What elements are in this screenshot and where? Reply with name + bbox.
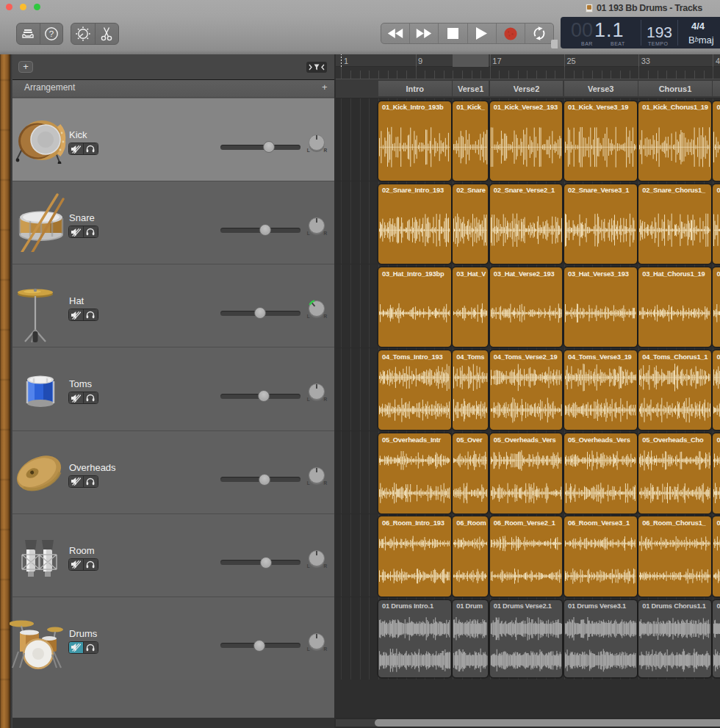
svg-text:R: R	[324, 646, 328, 652]
svg-text:L: L	[307, 646, 310, 652]
svg-text:R: R	[324, 314, 328, 319]
svg-text:L: L	[307, 148, 310, 153]
svg-text:R: R	[324, 563, 328, 569]
svg-text:L: L	[307, 397, 310, 402]
svg-text:L: L	[307, 314, 310, 319]
svg-text:R: R	[324, 480, 328, 486]
svg-text:R: R	[324, 148, 328, 153]
svg-text:L: L	[307, 563, 310, 569]
svg-text:L: L	[307, 231, 310, 236]
svg-text:R: R	[324, 231, 328, 236]
svg-text:R: R	[324, 397, 328, 402]
svg-text:?: ?	[49, 29, 54, 38]
svg-text:L: L	[307, 480, 310, 486]
